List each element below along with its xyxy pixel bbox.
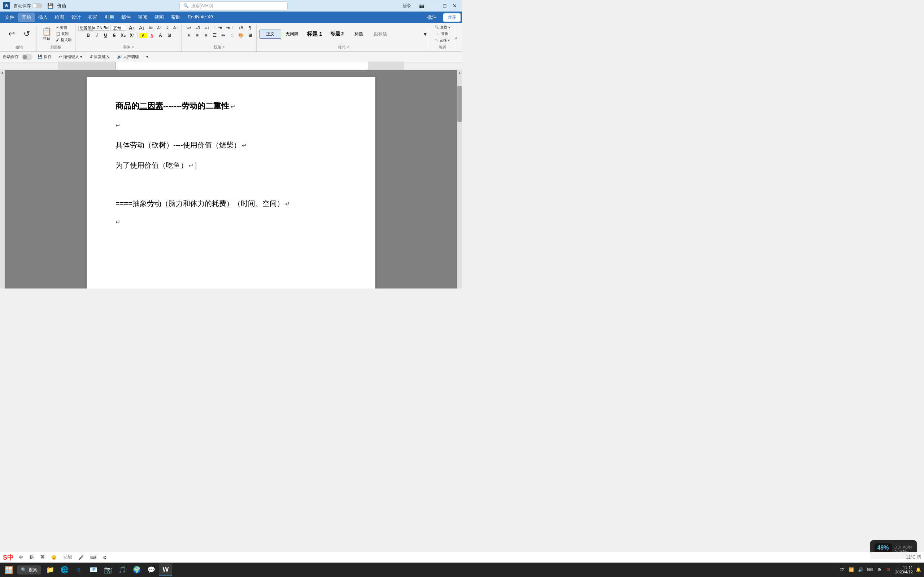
style-normal[interactable]: 正文 <box>260 29 281 39</box>
font-settings-icon[interactable]: ↗ <box>131 45 134 49</box>
menu-home[interactable]: 开始 <box>18 13 35 22</box>
bullet-list-btn[interactable]: ≡• <box>185 24 193 31</box>
para-settings-icon[interactable]: ↗ <box>222 45 225 49</box>
doc-line-1: 商品的二因素-------劳动的二重性 ↵ <box>115 99 347 113</box>
style-h1[interactable]: 标题 1 <box>303 29 326 39</box>
restore-btn[interactable]: □ <box>440 2 449 10</box>
text-effect-btn[interactable]: A <box>157 32 165 39</box>
close-btn[interactable]: ✕ <box>451 2 459 10</box>
find-btn[interactable]: 🔍 查找 ▾ <box>433 24 452 30</box>
login-btn[interactable]: 登录 <box>400 2 413 10</box>
decrease-indent-btn[interactable]: ←⇥ <box>212 24 223 31</box>
style-none[interactable]: 无间隔 <box>281 29 303 39</box>
scroll-track[interactable] <box>457 75 462 288</box>
undo-btn[interactable]: ↩ <box>4 28 19 40</box>
line-spacing-btn[interactable]: ↕ <box>228 32 236 39</box>
camera-btn[interactable]: 📷 <box>417 3 426 9</box>
change-case-btn[interactable]: Aa <box>155 26 163 30</box>
copy-btn[interactable]: 📋 复制 <box>55 31 73 37</box>
ribbon-group-font: A↑ A↓ Aa Aa 文 A□ B I U S X₂ X² <box>76 24 182 51</box>
clear-format-btn[interactable]: Aa <box>147 26 155 30</box>
style-h2[interactable]: 标题 2 <box>326 29 348 39</box>
autosave-toggle2[interactable] <box>22 54 32 60</box>
read-aloud-btn[interactable]: 🔊 大声朗读 <box>115 53 141 60</box>
paragraph-group-label: 段落 ↗ <box>184 44 254 50</box>
doc-scroll-area[interactable]: 商品的二因素-------劳动的二重性 ↵ ↵ 具体劳动（砍树）----使用价值… <box>5 70 457 288</box>
menu-file[interactable]: 文件 <box>2 13 18 22</box>
scroll-handle[interactable] <box>457 86 462 122</box>
char-shading-btn[interactable]: ⊡ <box>165 32 173 39</box>
share-btn[interactable]: 共享 <box>443 13 460 22</box>
align-left-btn[interactable]: ≡ <box>184 32 192 39</box>
replace-btn[interactable]: ↔ 替换 <box>435 31 450 37</box>
redo-btn[interactable]: ↺ <box>19 28 34 40</box>
window-controls: ─ □ ✕ <box>430 2 459 10</box>
increase-indent-btn[interactable]: ⇥→ <box>224 24 236 31</box>
menu-endnote[interactable]: EndNote X9 <box>184 13 216 22</box>
autosave-switch[interactable] <box>32 3 42 8</box>
search-bar[interactable]: 🔍 搜索(Alt+Q) <box>179 2 288 10</box>
border-btn[interactable]: ⊞ <box>246 32 254 39</box>
phonetic-btn[interactable]: 文 <box>164 25 171 31</box>
shading-btn[interactable]: 🎨 <box>236 32 246 39</box>
multilevel-list-btn[interactable]: ≡↓ <box>203 24 211 31</box>
doc-page: 商品的二因素-------劳动的二重性 ↵ ↵ 具体劳动（砍树）----使用价值… <box>87 77 375 288</box>
menu-draw[interactable]: 绘图 <box>51 13 68 22</box>
font-family-input[interactable] <box>78 25 111 31</box>
menu-help[interactable]: 帮助 <box>168 13 184 22</box>
italic-btn[interactable]: I <box>93 32 101 39</box>
font-size-input[interactable] <box>112 25 126 31</box>
menu-references[interactable]: 引用 <box>101 13 118 22</box>
autosave-toggle[interactable]: 自动保存 <box>12 3 44 10</box>
menu-mail[interactable]: 邮件 <box>118 13 134 22</box>
style-h[interactable]: 标题 <box>348 29 370 39</box>
superscript-btn[interactable]: X² <box>128 32 136 39</box>
para-mark-2: ↵ <box>115 122 120 128</box>
editing-group-label: 编辑 <box>433 44 452 50</box>
strikethrough-btn[interactable]: S <box>110 32 118 39</box>
numbered-list-btn[interactable]: ≡1 <box>194 24 202 31</box>
redo-btn2[interactable]: ↺ 重复键入 <box>87 53 112 60</box>
menu-insert[interactable]: 插入 <box>35 13 51 22</box>
line1-underline: 二因素 <box>139 102 163 110</box>
text-highlight-btn[interactable]: A <box>139 33 147 38</box>
format-brush-btn[interactable]: 🖌 格式刷 <box>55 37 73 43</box>
distribute-btn[interactable]: ⇔ <box>219 32 227 39</box>
scroll-up-arrow[interactable]: ▲ <box>457 70 462 75</box>
style-subtitle[interactable]: 副标题 <box>370 29 391 39</box>
title-bar-left: W 自动保存 💾 价值 <box>3 2 66 10</box>
ribbon-collapse-btn[interactable]: ∧ <box>455 24 460 51</box>
justify-btn[interactable]: ☰ <box>210 32 218 39</box>
minimize-btn[interactable]: ─ <box>430 2 439 10</box>
increase-font-btn[interactable]: A↑ <box>128 24 136 31</box>
quick-save-btn[interactable]: 💾 <box>46 3 55 9</box>
subscript-btn[interactable]: X₂ <box>119 32 128 39</box>
border-char-btn[interactable]: A□ <box>172 26 179 30</box>
save-btn2[interactable]: 💾 保存 <box>36 53 54 60</box>
cut-btn[interactable]: ✂ 剪切 <box>55 25 73 31</box>
styles-expand-btn[interactable]: ▾ <box>423 30 428 38</box>
ruler-margin-right <box>368 62 404 69</box>
select-btn[interactable]: ↖ 选择 ▾ <box>433 37 451 43</box>
underline-btn[interactable]: U <box>102 32 110 39</box>
sort-btn[interactable]: ↕A <box>236 24 246 31</box>
show-marks-btn[interactable]: ¶ <box>246 24 254 31</box>
align-right-btn[interactable]: ≡ <box>202 32 210 39</box>
menu-layout[interactable]: 布局 <box>84 13 101 22</box>
menu-review[interactable]: 审阅 <box>134 13 151 22</box>
paste-btn[interactable]: 📋 粘贴 <box>39 26 54 42</box>
font-color-btn[interactable]: A <box>148 33 156 38</box>
comment-btn[interactable]: 批注 <box>424 13 440 22</box>
menu-design[interactable]: 设计 <box>68 13 84 22</box>
doc-content[interactable]: 商品的二因素-------劳动的二重性 ↵ ↵ 具体劳动（砍树）----使用价值… <box>115 99 347 228</box>
decrease-font-btn[interactable]: A↓ <box>137 24 146 31</box>
bold-btn[interactable]: B <box>84 32 92 39</box>
undo-btn2[interactable]: ↩ 撤销键入 ▾ <box>57 53 84 60</box>
scroll-top-btn[interactable]: ▲ <box>0 70 5 288</box>
menu-items: 文件 开始 插入 绘图 设计 布局 引用 邮件 审阅 视图 帮助 EndNote… <box>2 13 216 22</box>
line4-text: 为了使用价值（吃鱼） <box>115 161 188 169</box>
align-center-btn[interactable]: ≡ <box>193 32 201 39</box>
menu-view[interactable]: 视图 <box>151 13 168 22</box>
more-btn[interactable]: ▾ <box>144 54 150 60</box>
styles-settings-icon[interactable]: ↗ <box>347 45 349 49</box>
